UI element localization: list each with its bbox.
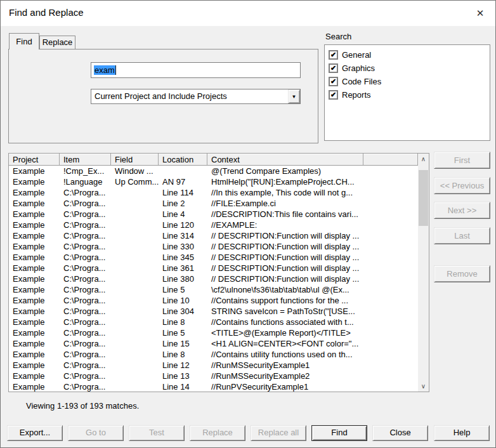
scrollbar-thumb[interactable] xyxy=(419,170,428,226)
replace-button[interactable]: Replace xyxy=(190,425,245,441)
remove-button[interactable]: Remove xyxy=(434,265,490,282)
find-input[interactable]: exam xyxy=(91,62,301,78)
cell-item: C:\Progra... xyxy=(60,252,111,263)
search-option-reports[interactable]: ✔Reports xyxy=(325,88,490,102)
cell-context: //RunPVSecurityExample1 xyxy=(207,381,363,392)
export-button[interactable]: Export... xyxy=(7,425,63,441)
column-header-project[interactable]: Project xyxy=(9,154,60,165)
table-row[interactable]: ExampleC:\Progra...Line 5<TITLE>@(Exampl… xyxy=(9,327,418,338)
table-row[interactable]: ExampleC:\Progra...Line 14//RunPVSecurit… xyxy=(9,381,418,392)
table-row[interactable]: ExampleC:\Progra...Line 114//In this exa… xyxy=(9,187,418,198)
column-header-context[interactable]: Context xyxy=(207,154,363,165)
cell-extra xyxy=(363,252,418,263)
cell-context: //Contains support functions for the ... xyxy=(207,295,363,306)
search-option-code-files[interactable]: ✔Code Files xyxy=(325,75,490,88)
table-row[interactable]: ExampleC:\Progra...Line 12//RunMSSecurit… xyxy=(9,360,418,371)
table-row[interactable]: Example!LanguageUp Comm...AN 97HtmlHelp(… xyxy=(9,176,418,187)
table-row[interactable]: ExampleC:\Progra...Line 10//Contains sup… xyxy=(9,295,418,306)
last-button[interactable]: Last xyxy=(434,227,490,244)
search-option-graphics[interactable]: ✔Graphics xyxy=(325,62,490,75)
column-header-empty[interactable] xyxy=(363,154,418,165)
cell-field xyxy=(111,360,159,371)
replace-all-button[interactable]: Replace all xyxy=(251,425,306,441)
cell-field xyxy=(111,198,159,209)
checkbox-icon[interactable]: ✔ xyxy=(329,50,338,60)
find-button[interactable]: Find xyxy=(311,425,367,441)
next-button[interactable]: Next >> xyxy=(434,202,490,219)
checkbox-icon[interactable]: ✔ xyxy=(329,77,338,86)
cell-item: C:\Progra... xyxy=(60,273,111,284)
cell-context: \cf2\ulnone\fs36\tab\tab\tab\ul @(Ex... xyxy=(207,284,363,295)
checkbox-icon[interactable]: ✔ xyxy=(329,90,338,100)
tab-find[interactable]: Find xyxy=(9,33,39,49)
table-row[interactable]: ExampleC:\Progra...Line 8//Contains func… xyxy=(9,317,418,327)
go-to-button[interactable]: Go to xyxy=(68,425,124,441)
column-header-location[interactable]: Location xyxy=(159,154,207,165)
search-option-general[interactable]: ✔General xyxy=(325,48,490,62)
window-title: Find and Replace xyxy=(9,7,84,18)
cell-extra xyxy=(363,198,418,209)
table-row[interactable]: ExampleC:\Progra...Line 2//FILE:Example.… xyxy=(9,198,418,209)
table-row[interactable]: ExampleC:\Progra...Line 15<H1 ALIGN=CENT… xyxy=(9,338,418,349)
cell-extra xyxy=(363,371,418,381)
cell-context: //In this example, This code will not g.… xyxy=(207,187,363,198)
cell-field xyxy=(111,295,159,306)
previous-button[interactable]: << Previous xyxy=(434,177,490,194)
table-row[interactable]: ExampleC:\Progra...Line 345// DESCRIPTIO… xyxy=(9,252,418,263)
results-body: Example!Cmp_Ex...Window ...@(Trend Compa… xyxy=(9,166,418,392)
cell-field xyxy=(111,306,159,317)
table-row[interactable]: ExampleC:\Progra...Line 120//EXAMPLE: xyxy=(9,220,418,230)
table-row[interactable]: ExampleC:\Progra...Line 304STRING saveIc… xyxy=(9,306,418,317)
cell-field xyxy=(111,252,159,263)
cell-item: C:\Progra... xyxy=(60,198,111,209)
cell-item: C:\Progra... xyxy=(60,327,111,338)
cell-project: Example xyxy=(9,284,60,295)
table-row[interactable]: ExampleC:\Progra...Line 361// DESCRIPTIO… xyxy=(9,263,418,273)
cell-location: Line 2 xyxy=(159,198,207,209)
cell-location xyxy=(159,166,207,176)
cell-project: Example xyxy=(9,209,60,220)
close-button[interactable]: Close xyxy=(372,425,428,441)
cell-project: Example xyxy=(9,295,60,306)
cell-project: Example xyxy=(9,381,60,392)
tab-replace[interactable]: Replace xyxy=(39,36,75,49)
search-group-label: Search xyxy=(325,32,351,41)
tab-replace-label: Replace xyxy=(42,37,73,47)
table-row[interactable]: ExampleC:\Progra...Line 13//RunMSSecurit… xyxy=(9,371,418,381)
cell-extra xyxy=(363,349,418,360)
cell-context: //FILE:Example.ci xyxy=(207,198,363,209)
cell-extra xyxy=(363,230,418,241)
cell-extra xyxy=(363,360,418,371)
cell-project: Example xyxy=(9,327,60,338)
table-row[interactable]: Example!Cmp_Ex...Window ...@(Trend Compa… xyxy=(9,166,418,176)
first-button[interactable]: First xyxy=(434,152,490,169)
cell-field xyxy=(111,273,159,284)
column-header-field[interactable]: Field xyxy=(111,154,159,165)
cell-context: // DESCRIPTION:Function will display ... xyxy=(207,273,363,284)
dropdown-button[interactable]: ▼ xyxy=(288,89,300,103)
table-row[interactable]: ExampleC:\Progra...Line 330// DESCRIPTIO… xyxy=(9,241,418,252)
table-row[interactable]: ExampleC:\Progra...Line 380// DESCRIPTIO… xyxy=(9,273,418,284)
find-selection: exam xyxy=(94,65,115,75)
cell-field xyxy=(111,371,159,381)
look-in-value: Current Project and Include Projects xyxy=(95,91,227,101)
cell-extra xyxy=(363,241,418,252)
table-row[interactable]: ExampleC:\Progra...Line 5\cf2\ulnone\fs3… xyxy=(9,284,418,295)
close-icon[interactable]: ✕ xyxy=(471,4,489,22)
table-row[interactable]: ExampleC:\Progra...Line 8//Contains util… xyxy=(9,349,418,360)
checkbox-icon[interactable]: ✔ xyxy=(329,63,338,73)
look-in-dropdown[interactable]: Current Project and Include Projects ▼ xyxy=(91,89,301,104)
search-option-label: Reports xyxy=(342,90,371,100)
cell-field xyxy=(111,241,159,252)
help-button[interactable]: Help xyxy=(434,425,490,441)
cell-field xyxy=(111,349,159,360)
cell-context: // DESCRIPTION:Function will display ... xyxy=(207,263,363,273)
column-header-item[interactable]: Item xyxy=(60,154,111,165)
test-button[interactable]: Test xyxy=(129,425,185,441)
table-row[interactable]: ExampleC:\Progra...Line 314// DESCRIPTIO… xyxy=(9,230,418,241)
scroll-down-icon[interactable]: ∨ xyxy=(418,381,429,392)
search-option-label: Graphics xyxy=(342,63,375,73)
table-row[interactable]: ExampleC:\Progra...Line 4//DESCRIPTION:T… xyxy=(9,209,418,220)
vertical-scrollbar[interactable]: ∧ ∨ xyxy=(418,154,429,392)
scroll-up-icon[interactable]: ∧ xyxy=(418,154,429,164)
